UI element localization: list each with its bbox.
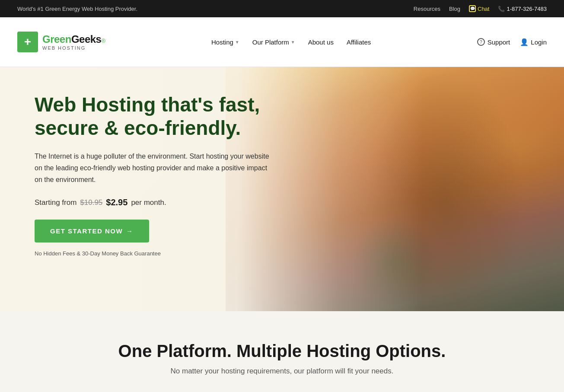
- logo[interactable]: + GreenGeeks® WEB HOSTING: [17, 32, 105, 52]
- cta-button[interactable]: GET STARTED NOW →: [35, 220, 149, 242]
- logo-name: GreenGeeks®: [42, 33, 105, 45]
- nav-about[interactable]: About us: [308, 38, 334, 46]
- support-icon: ?: [477, 38, 485, 46]
- platform-title: One Platform. Multiple Hosting Options.: [17, 341, 547, 361]
- main-nav: + GreenGeeks® WEB HOSTING Hosting ▼ Our …: [0, 17, 564, 67]
- platform-subtitle: No matter your hosting requirements, our…: [17, 367, 547, 376]
- login-icon: 👤: [520, 38, 528, 46]
- login-link[interactable]: 👤 Login: [520, 38, 547, 46]
- resources-link[interactable]: Resources: [414, 6, 440, 12]
- pricing-prefix: Starting from: [35, 198, 76, 207]
- phone-link[interactable]: 📞 1-877-326-7483: [498, 6, 547, 12]
- nav-right: ? Support 👤 Login: [477, 38, 547, 46]
- hosting-chevron-icon: ▼: [235, 40, 239, 45]
- nav-platform[interactable]: Our Platform ▼: [252, 38, 295, 46]
- hero-content: Web Hosting that's fast, secure & eco-fr…: [0, 67, 303, 274]
- logo-trademark: ®: [101, 38, 105, 44]
- topbar: World's #1 Green Energy Web Hosting Prov…: [0, 0, 564, 17]
- logo-text: GreenGeeks® WEB HOSTING: [42, 33, 105, 51]
- logo-geeks: Geeks: [71, 33, 102, 45]
- support-link[interactable]: ? Support: [477, 38, 510, 46]
- price-old: $10.95: [80, 198, 102, 207]
- platform-chevron-icon: ▼: [291, 40, 295, 45]
- pricing-suffix: per month.: [131, 198, 166, 207]
- platform-section: One Platform. Multiple Hosting Options. …: [0, 311, 564, 392]
- chat-link[interactable]: 💬 Chat: [469, 5, 489, 12]
- phone-icon: 📞: [498, 6, 505, 12]
- price-new: $2.95: [106, 198, 127, 207]
- logo-green: Green: [42, 33, 71, 45]
- logo-sub: WEB HOSTING: [42, 45, 105, 51]
- logo-icon: +: [17, 32, 38, 52]
- hero-title: Web Hosting that's fast, secure & eco-fr…: [35, 93, 285, 140]
- blog-link[interactable]: Blog: [449, 6, 460, 12]
- hero-pricing: Starting from $10.95 $2.95 per month.: [35, 198, 285, 207]
- topbar-right: Resources Blog 💬 Chat 📞 1-877-326-7483: [414, 5, 547, 12]
- hero-description: The Internet is a huge polluter of the e…: [35, 150, 277, 186]
- hero-section: Web Hosting that's fast, secure & eco-fr…: [0, 67, 564, 311]
- chat-bubble-icon: 💬: [469, 5, 476, 12]
- topbar-tagline: World's #1 Green Energy Web Hosting Prov…: [17, 6, 137, 12]
- nav-links: Hosting ▼ Our Platform ▼ About us Affili…: [211, 38, 371, 46]
- hero-guarantee: No Hidden Fees & 30-Day Money Back Guara…: [35, 250, 285, 257]
- cta-arrow-icon: →: [126, 227, 134, 235]
- nav-hosting[interactable]: Hosting ▼: [211, 38, 239, 46]
- nav-affiliates[interactable]: Affiliates: [347, 38, 371, 46]
